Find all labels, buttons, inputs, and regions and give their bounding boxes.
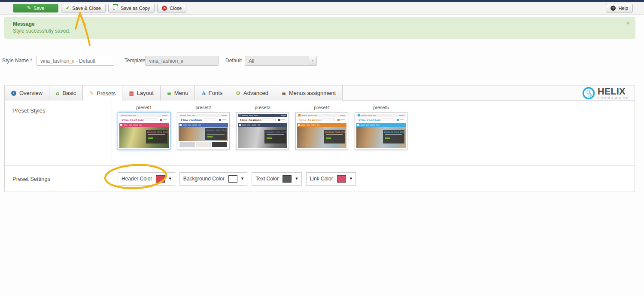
mini-button: [267, 137, 272, 139]
caret-down-icon: ▼: [295, 177, 298, 180]
help-icon: ?: [611, 6, 616, 11]
mini-topbar: [356, 114, 406, 117]
tab-basic-label: Basic: [62, 90, 76, 96]
logo-subtitle: FRAMEWORK: [598, 96, 629, 99]
info-icon: i: [11, 91, 16, 96]
toolbar: ✎ Save ✔ Save & Close Save as Copy ✕ Clo…: [0, 2, 644, 15]
background-color-label: Background Color: [183, 176, 225, 182]
mini-brand: Vina Fashion: [180, 119, 202, 122]
preset3-thumbnail[interactable]: Vina Fashion Badam Red Dress: [236, 112, 289, 150]
tab-basic[interactable]: ⌂ Basic: [49, 85, 83, 101]
header-color-swatch: [156, 175, 165, 183]
mini-search: [321, 119, 335, 121]
tab-fonts[interactable]: A Fonts: [195, 85, 229, 101]
mini-cart-icon: [219, 119, 221, 121]
preset-option: preset5 Vina Fashion: [355, 105, 407, 150]
mini-logo-row: Vina Fashion: [356, 117, 406, 123]
mini-cart-icon: [278, 119, 280, 121]
save-as-copy-button[interactable]: Save as Copy: [108, 4, 155, 12]
save-and-close-label: Save & Close: [72, 6, 101, 11]
mini-topbar: [179, 114, 228, 117]
mini-hero: Badam Red Dress: [119, 127, 169, 148]
mini-cart-icon: [337, 119, 340, 121]
message-title: Message: [13, 21, 629, 27]
preset1-thumbnail[interactable]: Vina Fashion Badam Red Dress: [118, 112, 170, 150]
mini-logo-row: Vina Fashion: [119, 117, 169, 123]
list-icon: ≡: [167, 91, 171, 96]
caret-down-icon: ▼: [241, 177, 243, 180]
preset-styles-heading: Preset Styles: [5, 101, 112, 165]
preset-name: preset4: [295, 105, 348, 110]
mini-search: [380, 119, 394, 121]
header-color-picker[interactable]: Header Color ▼: [118, 172, 175, 186]
template-style-panel: i Overview ⌂ Basic ✎ Presets ▦ Layout ≡ …: [4, 85, 635, 192]
style-name-input[interactable]: [36, 56, 114, 66]
message-body: Style successfully saved.: [13, 28, 629, 34]
mini-brand: Vina Fashion: [358, 119, 380, 122]
mini-banner-title: Badam Red Dress: [325, 131, 344, 134]
tab-presets[interactable]: ✎ Presets: [83, 85, 122, 101]
helix-logo-icon: [582, 87, 595, 100]
preset2-thumbnail[interactable]: Vina Fashion Badam Red Dress: [177, 112, 230, 150]
mini-logo-row: Vina Fashion: [179, 117, 228, 123]
mini-navbar: [356, 123, 406, 127]
tab-advanced[interactable]: ⚙ Advanced: [229, 85, 275, 101]
mini-topbar: [238, 114, 287, 117]
tab-menu[interactable]: ≡ Menu: [161, 85, 195, 101]
save-and-close-button[interactable]: ✔ Save & Close: [61, 4, 106, 12]
mini-button: [148, 137, 153, 139]
mini-logo-row: Vina Fashion: [297, 117, 346, 123]
mini-navbar: [297, 123, 346, 127]
home-icon: ⌂: [56, 90, 59, 96]
caret-down-icon: ▼: [169, 177, 171, 180]
tab-bar: i Overview ⌂ Basic ✎ Presets ▦ Layout ≡ …: [5, 85, 635, 101]
background-color-swatch: [228, 175, 237, 183]
mini-banner-title: Badam Red Dress: [206, 129, 226, 132]
font-icon: A: [201, 90, 205, 96]
mini-topbar: [119, 114, 169, 117]
preset-name: preset3: [236, 105, 289, 110]
mini-topbar: [297, 114, 346, 117]
mini-hero: Badam Red Dress: [179, 127, 228, 141]
tab-overview[interactable]: i Overview: [5, 85, 49, 101]
text-color-picker[interactable]: Text Color ▼: [252, 172, 301, 186]
tab-menus-assignment[interactable]: ≡ Menus assignment: [275, 85, 343, 101]
close-icon: ✕: [162, 6, 167, 11]
help-button[interactable]: ? Help: [606, 4, 633, 12]
text-color-swatch: [283, 175, 292, 183]
link-color-picker[interactable]: Link Color ▼: [306, 172, 356, 186]
tab-layout[interactable]: ▦ Layout: [122, 85, 160, 101]
style-name-label: Style Name *: [2, 56, 32, 66]
success-message: Message Style successfully saved. ×: [4, 17, 635, 39]
close-button[interactable]: ✕ Close: [157, 4, 186, 12]
grid-icon: ▦: [129, 91, 134, 96]
preset4-thumbnail[interactable]: Vina Fashion Badam Red Dress: [295, 112, 348, 150]
save-button[interactable]: ✎ Save: [13, 4, 58, 12]
mini-button: [385, 137, 390, 139]
mini-banner-title: Badam Red Dress: [147, 131, 167, 134]
mini-navbar: [179, 123, 228, 127]
preset5-thumbnail[interactable]: Vina Fashion Badam Red Dress: [355, 112, 407, 150]
header-color-label: Header Color: [122, 176, 152, 182]
preset-settings-controls: Header Color ▼ Background Color ▼ Text C…: [112, 166, 635, 192]
mini-search: [143, 119, 157, 121]
background-color-picker[interactable]: Background Color ▼: [179, 172, 247, 186]
save-label: Save: [33, 6, 44, 11]
save-pencil-icon: ✎: [27, 6, 31, 10]
tab-presets-label: Presets: [97, 90, 115, 97]
mini-button: [326, 137, 331, 139]
preset-option: preset4 Vina Fashion: [295, 105, 348, 150]
copy-icon: [114, 6, 118, 10]
logo-title: HELIX: [598, 87, 629, 96]
message-close-icon[interactable]: ×: [626, 20, 629, 26]
template-input[interactable]: [145, 56, 219, 66]
default-select[interactable]: All ▼: [245, 56, 317, 66]
mini-hero: Badam Red Dress: [297, 127, 346, 148]
template-label: Template: [125, 56, 146, 66]
mini-navbar: [238, 123, 287, 127]
preset-option: preset3 Vina Fashion: [236, 105, 289, 150]
mini-search: [262, 119, 276, 121]
preset-option: preset2 Vina Fashion: [177, 105, 230, 150]
tab-advanced-label: Advanced: [243, 90, 268, 96]
preset-styles-row: Preset Styles preset1 Vina Fashion: [5, 101, 635, 166]
